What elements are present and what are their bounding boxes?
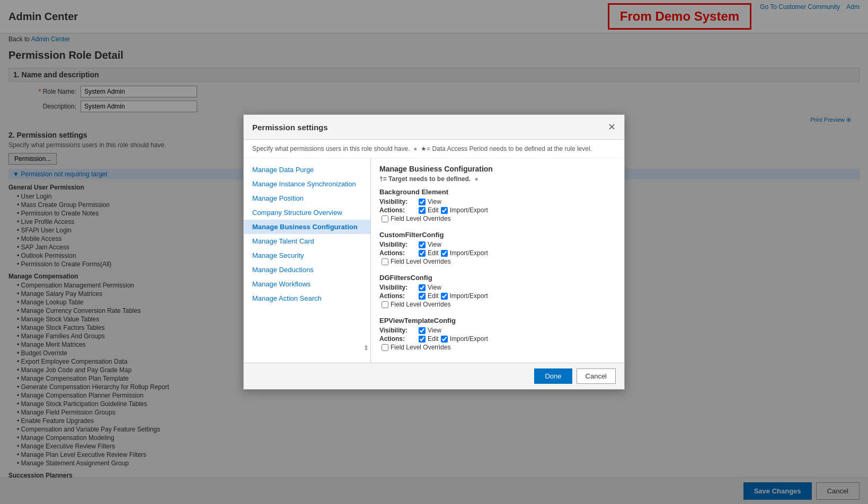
target-info-icon: ● [475, 175, 479, 183]
config-item-name: CustomFilterConfig [379, 231, 616, 239]
visibility-row: Visibility: View [379, 198, 616, 205]
field-override-checkbox[interactable] [382, 344, 388, 351]
edit-check[interactable]: Edit [419, 249, 439, 257]
view-label: View [428, 327, 441, 334]
view-checkbox[interactable] [419, 241, 426, 248]
modal-left-item-manage-security[interactable]: Manage Security [244, 248, 370, 263]
modal-cancel-button[interactable]: Cancel [577, 368, 616, 384]
actions-label: Actions: [379, 206, 417, 214]
field-override-label: Field Level Overrides [391, 258, 450, 265]
edit-checkbox[interactable] [419, 207, 426, 214]
visibility-label: Visibility: [379, 241, 417, 248]
field-override-checkbox[interactable] [382, 258, 388, 265]
edit-checkbox[interactable] [419, 250, 426, 257]
modal-right-panel: Manage Business Configuration †= Target … [371, 158, 624, 363]
edit-checkbox[interactable] [419, 336, 426, 343]
field-override-checkbox[interactable] [382, 215, 388, 222]
modal-content: Manage Data PurgeManage Instance Synchro… [244, 158, 624, 363]
import-export-label: Import/Export [450, 206, 488, 214]
actions-row: Actions: Edit Import/Export [379, 292, 616, 300]
import-export-checkbox[interactable] [441, 207, 448, 214]
modal-desc-text: Specify what permissions users in this r… [252, 145, 410, 152]
modal-left-item-manage-deductions[interactable]: Manage Deductions [244, 263, 370, 277]
view-label: View [428, 198, 441, 205]
view-check[interactable]: View [419, 198, 441, 205]
visibility-label: Visibility: [379, 198, 417, 205]
field-overrides-row: Field Level Overrides [382, 258, 616, 265]
import-export-checkbox[interactable] [441, 293, 448, 300]
edit-label: Edit [428, 249, 439, 257]
modal-desc2: ★= Data Access Period needs to be define… [421, 145, 592, 152]
edit-check[interactable]: Edit [419, 206, 439, 214]
view-check[interactable]: View [419, 327, 441, 334]
config-item-name: EPViewTemplateConfig [379, 317, 616, 325]
field-override-check[interactable]: Field Level Overrides [382, 301, 450, 308]
import-export-checkbox[interactable] [441, 336, 448, 343]
modal-left-item-manage-talent-card[interactable]: Manage Talent Card [244, 234, 370, 248]
modal-header: Permission settings ✕ [244, 115, 624, 140]
visibility-label: Visibility: [379, 284, 417, 291]
field-override-checkbox[interactable] [382, 301, 388, 308]
modal-left-item-manage-workflows[interactable]: Manage Workflows [244, 277, 370, 291]
edit-label: Edit [428, 206, 439, 214]
field-overrides-row: Field Level Overrides [382, 301, 616, 308]
target-text: Target needs to be defined. [388, 175, 471, 183]
import-export-check[interactable]: Import/Export [441, 249, 488, 257]
modal-title: Permission settings [252, 123, 328, 132]
actions-label: Actions: [379, 335, 417, 343]
import-export-check[interactable]: Import/Export [441, 292, 488, 300]
actions-row: Actions: Edit Import/Export [379, 335, 616, 343]
modal-left-item-company-structure[interactable]: Company Structure Overview [244, 205, 370, 220]
edit-checkbox[interactable] [419, 293, 426, 300]
import-export-check[interactable]: Import/Export [441, 206, 488, 214]
permission-settings-modal: Permission settings ✕ Specify what permi… [243, 114, 625, 390]
right-header: Manage Business Configuration [379, 165, 616, 173]
modal-left-item-manage-instance-sync[interactable]: Manage Instance Synchronization [244, 177, 370, 191]
view-check[interactable]: View [419, 241, 441, 248]
import-export-checkbox[interactable] [441, 250, 448, 257]
right-target: †= Target needs to be defined. ● [379, 175, 616, 183]
modal-left-items: Manage Data PurgeManage Instance Synchro… [244, 163, 370, 305]
view-checkbox[interactable] [419, 199, 426, 205]
import-export-label: Import/Export [450, 335, 488, 343]
edit-label: Edit [428, 335, 439, 343]
import-export-label: Import/Export [450, 249, 488, 257]
modal-left-item-manage-data-purge[interactable]: Manage Data Purge [244, 163, 370, 177]
field-override-check[interactable]: Field Level Overrides [382, 258, 450, 265]
actions-label: Actions: [379, 292, 417, 300]
scroll-indicator: ⬍ [363, 344, 369, 352]
actions-label: Actions: [379, 249, 417, 257]
field-override-check[interactable]: Field Level Overrides [382, 344, 450, 351]
view-checkbox[interactable] [419, 284, 426, 291]
field-overrides-row: Field Level Overrides [382, 215, 616, 222]
modal-config-items: Background ElementVisibility: ViewAction… [379, 188, 616, 351]
field-override-check[interactable]: Field Level Overrides [382, 215, 450, 222]
field-override-label: Field Level Overrides [391, 215, 450, 222]
import-export-check[interactable]: Import/Export [441, 335, 488, 343]
modal-overlay: Permission settings ✕ Specify what permi… [0, 0, 868, 504]
modal-close-button[interactable]: ✕ [608, 121, 616, 133]
config-item-name: Background Element [379, 188, 616, 196]
target-symbol: †= [379, 175, 388, 183]
config-item-name: DGFiltersConfig [379, 274, 616, 282]
modal-left-item-manage-position[interactable]: Manage Position [244, 191, 370, 205]
edit-label: Edit [428, 292, 439, 300]
modal-footer: Done Cancel [244, 363, 624, 389]
actions-row: Actions: Edit Import/Export [379, 206, 616, 214]
config-item: DGFiltersConfigVisibility: ViewActions: … [379, 274, 616, 308]
import-export-label: Import/Export [450, 292, 488, 300]
field-override-label: Field Level Overrides [391, 344, 450, 351]
field-overrides-row: Field Level Overrides [382, 344, 616, 351]
edit-check[interactable]: Edit [419, 335, 439, 343]
modal-left-item-manage-action-search[interactable]: Manage Action Search [244, 291, 370, 305]
info-icon: ● [413, 145, 417, 152]
visibility-label: Visibility: [379, 327, 417, 334]
config-item: Background ElementVisibility: ViewAction… [379, 188, 616, 222]
done-button[interactable]: Done [534, 368, 572, 384]
modal-left-item-manage-business-config[interactable]: Manage Business Configuration [244, 220, 370, 234]
view-check[interactable]: View [419, 284, 441, 291]
edit-check[interactable]: Edit [419, 292, 439, 300]
config-item: EPViewTemplateConfigVisibility: ViewActi… [379, 317, 616, 351]
view-checkbox[interactable] [419, 327, 426, 334]
modal-left-panel: Manage Data PurgeManage Instance Synchro… [244, 158, 371, 363]
